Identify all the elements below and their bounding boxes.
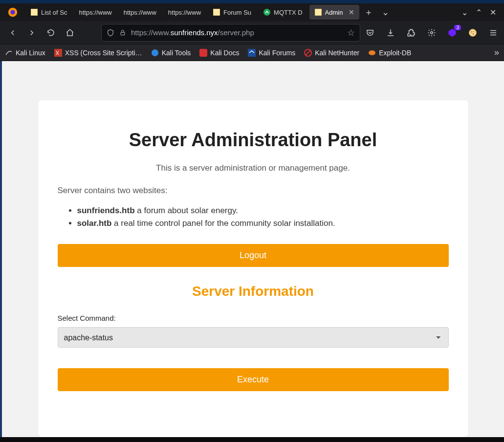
app-menu-icon[interactable]	[487, 27, 499, 39]
bookmark-kali-linux[interactable]: Kali Linux	[5, 49, 45, 57]
sun-favicon-icon	[314, 8, 322, 16]
svg-rect-5	[315, 9, 322, 16]
url-bar[interactable]: https://www.sunfriends.nyx/server.php ☆	[101, 24, 360, 42]
back-button[interactable]	[5, 24, 20, 41]
kali-icon	[5, 49, 13, 57]
extension-badge-icon[interactable]: 3	[446, 27, 458, 39]
site-item-solar: solar.htb a real time control panel for …	[77, 217, 449, 230]
home-button[interactable]	[63, 24, 78, 41]
toolbar-right-icons: 3	[364, 27, 499, 39]
nethunter-icon	[304, 49, 312, 57]
url-host: sunfriends.nyx	[171, 28, 218, 37]
tab-www-3[interactable]: https://www	[163, 5, 206, 20]
bookmark-label: Kali NetHunter	[315, 49, 359, 57]
window-controls: ⌄ ⌃ ✕	[461, 8, 502, 17]
tab-strip: List of Sc https://www https://www https…	[0, 3, 504, 21]
kali-tools-icon	[151, 49, 159, 57]
execute-button[interactable]: Execute	[58, 368, 449, 391]
url-text: https://www.sunfriends.nyx/server.php	[131, 28, 342, 37]
svg-line-18	[306, 50, 310, 55]
forward-button[interactable]	[24, 24, 39, 41]
section-title: Server Information	[58, 284, 449, 299]
bookmark-label: Exploit-DB	[379, 49, 411, 57]
page-title: Server Administration Panel	[58, 130, 449, 151]
mqttx-favicon-icon	[263, 8, 271, 16]
bookmark-label: Kali Linux	[16, 49, 45, 57]
url-prefix: https://www.	[131, 28, 171, 37]
tab-label: Forum Su	[223, 9, 251, 16]
reload-button[interactable]	[44, 24, 59, 41]
bookmark-label: XSS (Cross Site Scripti…	[65, 49, 142, 57]
kali-docs-icon	[199, 49, 207, 57]
lock-icon[interactable]	[119, 29, 126, 36]
tab-label: https://www	[124, 9, 156, 16]
svg-point-10	[473, 31, 474, 32]
close-tab-icon[interactable]: ✕	[349, 8, 354, 16]
svg-point-4	[263, 9, 270, 16]
extensions-icon[interactable]	[405, 27, 417, 39]
svg-point-19	[369, 50, 375, 55]
tab-www-1[interactable]: https://www	[74, 5, 116, 20]
bookmark-kali-nethunter[interactable]: Kali NetHunter	[304, 49, 359, 57]
maximize-window-icon[interactable]: ⌃	[476, 8, 482, 17]
shield-icon[interactable]	[107, 29, 114, 37]
bookmark-exploit-db[interactable]: Exploit-DB	[368, 49, 411, 57]
bookmark-xss[interactable]: X XSS (Cross Site Scripti…	[54, 49, 142, 57]
sites-list: sunfriends.htb a forum about solar energ…	[77, 204, 449, 229]
svg-point-14	[152, 49, 158, 56]
new-tab-button[interactable]: ＋	[361, 5, 376, 20]
tab-label: https://www	[168, 9, 201, 16]
svg-rect-16	[248, 49, 256, 57]
minimize-window-icon[interactable]: ⌄	[461, 8, 468, 17]
sun-favicon-icon	[30, 8, 38, 16]
tab-label: List of Sc	[41, 9, 67, 16]
tab-www-2[interactable]: https://www	[119, 5, 161, 20]
kali-forums-icon	[248, 49, 256, 57]
bookmark-label: Kali Docs	[210, 49, 239, 57]
svg-rect-3	[213, 9, 220, 16]
site-text: a real time control panel for the commun…	[111, 219, 335, 228]
exploitdb-icon	[368, 49, 376, 57]
bookmark-kali-docs[interactable]: Kali Docs	[199, 49, 239, 57]
logout-button[interactable]: Logout	[58, 244, 449, 267]
page-left-edge	[0, 61, 2, 437]
command-select[interactable]: apache-status	[58, 327, 449, 348]
page-description: This is a server administration or manag…	[58, 163, 449, 173]
site-host: solar.htb	[77, 219, 112, 228]
admin-panel-card: Server Administration Panel This is a se…	[38, 100, 468, 437]
svg-rect-2	[31, 9, 38, 16]
window-top-accent	[0, 0, 504, 3]
background-ghost-text: MQTT Version 5.0	[428, 428, 480, 435]
tab-overflow-chevron-icon[interactable]: ⌄	[378, 5, 393, 20]
bookmark-label: Kali Tools	[162, 49, 191, 57]
site-host: sunfriends.htb	[77, 206, 135, 215]
xss-icon: X	[54, 49, 62, 57]
bookmark-kali-forums[interactable]: Kali Forums	[248, 49, 295, 57]
tab-admin-active[interactable]: Admin ✕	[309, 5, 360, 20]
bookmark-kali-tools[interactable]: Kali Tools	[151, 49, 191, 57]
svg-text:X: X	[56, 50, 59, 56]
tab-label: MQTTX D	[274, 9, 303, 16]
settings-gear-icon[interactable]	[426, 27, 438, 39]
tab-label: Admin	[325, 9, 343, 16]
bookmarks-overflow-icon[interactable]: »	[494, 47, 499, 58]
svg-point-8	[469, 29, 477, 36]
select-command-label: Select Command:	[58, 314, 449, 322]
tab-list-of-sc[interactable]: List of Sc	[25, 5, 72, 20]
downloads-icon[interactable]	[385, 27, 396, 39]
bookmark-label: Kali Forums	[259, 49, 295, 57]
tab-forum[interactable]: Forum Su	[208, 5, 256, 20]
pocket-icon[interactable]	[364, 27, 376, 39]
svg-point-11	[473, 33, 474, 34]
tab-mqttx[interactable]: MQTTX D	[258, 5, 307, 20]
site-text: a forum about solar energy.	[135, 206, 238, 215]
cookie-icon[interactable]	[467, 27, 479, 39]
url-path: /server.php	[218, 28, 254, 37]
bookmark-star-icon[interactable]: ☆	[347, 27, 355, 38]
navigation-toolbar: https://www.sunfriends.nyx/server.php ☆ …	[0, 21, 504, 44]
svg-point-7	[431, 31, 433, 34]
site-item-sunfriends: sunfriends.htb a forum about solar energ…	[77, 204, 449, 217]
tab-label: https://www	[79, 9, 111, 16]
close-window-icon[interactable]: ✕	[490, 8, 496, 17]
extension-badge-count: 3	[454, 25, 461, 30]
